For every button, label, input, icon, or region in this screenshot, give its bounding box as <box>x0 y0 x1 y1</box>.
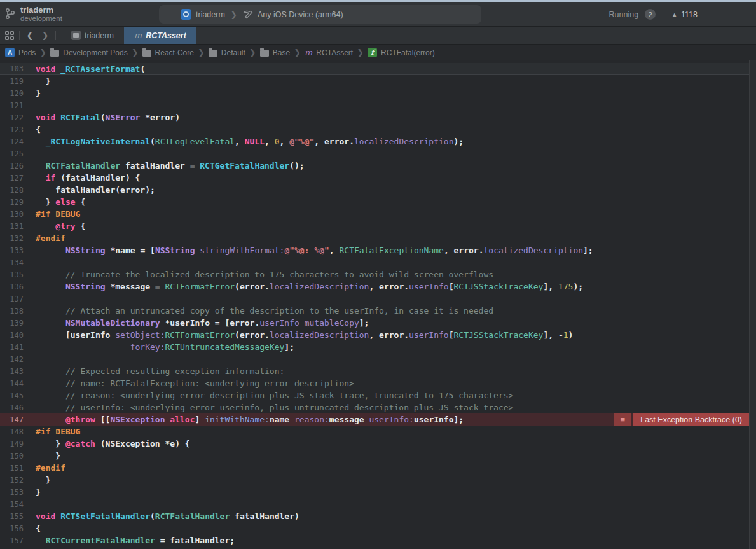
code-line[interactable]: 151#endif <box>0 462 749 474</box>
exception-annotation[interactable]: ≡Last Exception Backtrace (0) <box>614 413 749 426</box>
code-line[interactable]: 136 NSString *message = RCTFormatError(e… <box>0 281 749 293</box>
line-number[interactable]: 144 <box>0 379 29 388</box>
code-line[interactable]: 144 // name: RCTFatalException: <underly… <box>0 377 749 389</box>
code-line[interactable]: 147 @throw [[NSException alloc] initWith… <box>0 413 749 426</box>
code-line[interactable]: 130#if DEBUG <box>0 208 749 220</box>
line-number[interactable]: 153 <box>0 488 29 497</box>
line-number[interactable]: 141 <box>0 343 29 352</box>
breadcrumb-item-rctassert[interactable]: mRCTAssert <box>305 48 353 57</box>
breadcrumb-item-base[interactable]: Base <box>260 48 290 57</box>
line-number[interactable]: 150 <box>0 452 29 461</box>
breadcrumb-item-pods[interactable]: APods <box>5 48 36 57</box>
line-number[interactable]: 136 <box>0 282 29 291</box>
line-number[interactable]: 126 <box>0 162 29 170</box>
code-line[interactable]: 134 <box>0 256 749 268</box>
breadcrumb-item-development-pods[interactable]: Development Pods <box>50 48 127 57</box>
line-number[interactable]: 131 <box>0 222 29 231</box>
code-line[interactable]: 152 } <box>0 474 749 486</box>
navigate-back-button[interactable]: ❮ <box>25 31 35 40</box>
code-line[interactable]: 127 if (fatalHandler) { <box>0 172 749 184</box>
code-line[interactable]: 146 // userInfo: <underlying error useri… <box>0 401 749 413</box>
exception-backtrace-label[interactable]: Last Exception Backtrace (0) <box>633 413 749 426</box>
code-line[interactable]: 157 RCTCurrentFatalHandler = fatalHandle… <box>0 534 749 546</box>
code-line[interactable]: 131 @try { <box>0 220 749 232</box>
line-number[interactable]: 137 <box>0 295 29 303</box>
code-line[interactable]: 145 // reason: <underlying error descrip… <box>0 389 749 401</box>
code-line[interactable]: 137 <box>0 293 749 305</box>
line-number[interactable]: 143 <box>0 367 29 376</box>
code-line[interactable]: 103void _RCTAssertFormat( <box>0 63 749 75</box>
line-number[interactable]: 140 <box>0 331 29 340</box>
navigate-forward-button[interactable]: ❯ <box>40 31 50 40</box>
line-number[interactable]: 128 <box>0 186 29 195</box>
error-stripe-scrollbar[interactable] <box>749 60 756 549</box>
code-line[interactable]: 120} <box>0 87 749 99</box>
code-editor[interactable]: 103void _RCTAssertFormat(119 }120}121122… <box>0 60 756 549</box>
code-line[interactable]: 123{ <box>0 123 749 136</box>
line-number[interactable]: 154 <box>0 500 29 509</box>
code-line[interactable]: 141 forKey:RCTUntruncatedMessageKey]; <box>0 341 749 353</box>
editor-layout-icon[interactable] <box>5 31 14 40</box>
code-line[interactable]: 119 } <box>0 75 749 87</box>
vcs-widget[interactable]: triaderm development <box>0 6 62 23</box>
code-line[interactable]: 129 } else { <box>0 196 749 208</box>
line-number[interactable]: 142 <box>0 355 29 364</box>
line-number[interactable]: 123 <box>0 125 29 134</box>
code-line[interactable]: 156{ <box>0 522 749 534</box>
code-line[interactable]: 133 NSString *name = [NSString stringWit… <box>0 244 749 256</box>
line-number[interactable]: 124 <box>0 137 29 146</box>
breadcrumb-item-default[interactable]: Default <box>209 48 245 57</box>
run-configuration-selector[interactable]: triaderm ❯ Any iOS Device (arm64) <box>159 5 481 24</box>
line-number[interactable]: 129 <box>0 198 29 207</box>
code-line[interactable]: 143 // Expected resulting exception info… <box>0 365 749 377</box>
line-number[interactable]: 134 <box>0 258 29 267</box>
line-number[interactable]: 147 <box>0 415 29 424</box>
line-number[interactable]: 121 <box>0 101 29 110</box>
line-number[interactable]: 155 <box>0 512 29 521</box>
line-number[interactable]: 103 <box>0 64 29 73</box>
warnings-widget[interactable]: ▲ 1118 <box>671 10 698 19</box>
code-line[interactable]: 122void RCTFatal(NSError *error) <box>0 111 749 123</box>
breadcrumb-item-rctfatal-error-[interactable]: fRCTFatal(error) <box>368 48 435 57</box>
line-number[interactable]: 152 <box>0 476 29 485</box>
breadcrumb-item-react-core[interactable]: React-Core <box>142 48 194 57</box>
annotation-menu-icon[interactable]: ≡ <box>614 413 631 426</box>
running-status[interactable]: Running <box>609 10 639 19</box>
line-number[interactable]: 149 <box>0 440 29 448</box>
code-line[interactable]: 155void RCTSetFatalHandler(RCTFatalHandl… <box>0 510 749 522</box>
line-number[interactable]: 125 <box>0 149 29 158</box>
line-number[interactable]: 132 <box>0 234 29 243</box>
code-line[interactable]: 140 [userInfo setObject:RCTFormatError(e… <box>0 329 749 341</box>
code-line[interactable]: 148#if DEBUG <box>0 426 749 438</box>
line-number[interactable]: 145 <box>0 391 29 400</box>
code-line[interactable]: 153} <box>0 486 749 498</box>
line-number[interactable]: 157 <box>0 536 29 545</box>
code-line[interactable]: 135 // Truncate the localized descriptio… <box>0 268 749 281</box>
code-line[interactable]: 142 <box>0 353 749 365</box>
running-count-badge[interactable]: 2 <box>645 9 656 20</box>
code-line[interactable]: 126 RCTFatalHandler fatalHandler = RCTGe… <box>0 160 749 172</box>
line-number[interactable]: 151 <box>0 464 29 473</box>
line-number[interactable]: 120 <box>0 89 29 98</box>
code-line[interactable]: 128 fatalHandler(error); <box>0 184 749 196</box>
tab-rctassert[interactable]: m RCTAssert <box>124 27 196 44</box>
line-number[interactable]: 122 <box>0 113 29 122</box>
line-number[interactable]: 135 <box>0 270 29 279</box>
code-line[interactable]: 132#endif <box>0 232 749 244</box>
code-line[interactable]: 124 _RCTLogNativeInternal(RCTLogLevelFat… <box>0 136 749 148</box>
line-number[interactable]: 139 <box>0 319 29 328</box>
code-line[interactable]: 150 } <box>0 450 749 462</box>
line-number[interactable]: 156 <box>0 524 29 533</box>
line-number[interactable]: 130 <box>0 210 29 219</box>
line-number[interactable]: 148 <box>0 427 29 436</box>
line-number[interactable]: 127 <box>0 174 29 183</box>
code-line[interactable]: 154 <box>0 498 749 510</box>
tab-triaderm[interactable]: triaderm <box>61 27 124 44</box>
code-line[interactable]: 149 } @catch (NSException *e) { <box>0 438 749 450</box>
line-number[interactable]: 119 <box>0 77 29 86</box>
line-number[interactable]: 138 <box>0 307 29 316</box>
line-number[interactable]: 146 <box>0 403 29 412</box>
code-line[interactable]: 139 NSMutableDictionary *userInfo = [err… <box>0 317 749 329</box>
code-line[interactable]: 125 <box>0 148 749 160</box>
line-number[interactable]: 133 <box>0 246 29 255</box>
